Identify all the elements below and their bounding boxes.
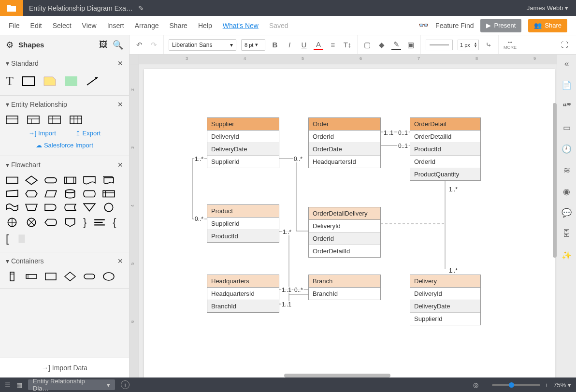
- fc-decision-icon[interactable]: [25, 175, 38, 185]
- text-direction-icon[interactable]: T↕: [343, 40, 352, 50]
- entity-field[interactable]: SupplierId: [410, 313, 480, 325]
- entity-field[interactable]: DeliveryId: [410, 288, 480, 300]
- image-icon[interactable]: 🖼: [99, 40, 108, 50]
- fullscreen-icon[interactable]: ⛶: [560, 40, 569, 50]
- entity-header[interactable]: OrderDetailDelivery: [309, 207, 380, 220]
- er-import-link[interactable]: →] Import: [29, 130, 56, 137]
- entity-orderdetaildelivery[interactable]: OrderDetailDeliveryDeliveryIdOrderIdOrde…: [308, 207, 381, 258]
- layers-icon[interactable]: ≋: [562, 165, 572, 175]
- er-panel-header[interactable]: ▾ Entity Relationship✕: [6, 101, 123, 108]
- underline-icon[interactable]: U: [299, 40, 309, 50]
- fc-display-icon[interactable]: [44, 218, 57, 227]
- comment-icon[interactable]: ❝❞: [562, 101, 572, 112]
- er-entity3-icon[interactable]: [48, 115, 61, 125]
- standard-panel-header[interactable]: ▾ Standard✕: [6, 59, 123, 67]
- cont-diamond-icon[interactable]: [64, 272, 76, 281]
- entity-field[interactable]: OrderId: [410, 156, 480, 168]
- entity-field[interactable]: BranchId: [207, 300, 279, 312]
- fc-data-icon[interactable]: [44, 189, 57, 199]
- menu-view[interactable]: View: [82, 22, 97, 29]
- menu-help[interactable]: Help: [198, 22, 212, 29]
- edit-title-icon[interactable]: ✎: [138, 4, 144, 12]
- entity-field[interactable]: HeadquartersId: [207, 288, 279, 300]
- arrow-shape-icon[interactable]: [86, 76, 99, 86]
- fc-brace-right-icon[interactable]: }: [83, 216, 86, 229]
- present-icon[interactable]: ▭: [562, 122, 572, 133]
- target-icon[interactable]: ◎: [473, 381, 478, 389]
- scrollbar-vertical[interactable]: [553, 103, 557, 258]
- entity-field[interactable]: HeadquartersId: [309, 156, 380, 168]
- entity-field[interactable]: SupplierId: [207, 218, 279, 230]
- zoom-level[interactable]: 75% ▾: [553, 381, 571, 389]
- fc-tape-icon[interactable]: [6, 203, 18, 212]
- import-data-button[interactable]: →] Import Data: [0, 358, 129, 377]
- entity-header[interactable]: Branch: [309, 275, 380, 288]
- fc-terminator-icon[interactable]: [44, 175, 57, 185]
- fc-connector-icon[interactable]: [102, 203, 115, 212]
- entity-header[interactable]: Order: [309, 118, 380, 131]
- menu-file[interactable]: File: [9, 22, 20, 29]
- connector-icon[interactable]: ⤷: [484, 40, 493, 50]
- page-tab[interactable]: Entity Relationship Dia… ▾: [28, 379, 115, 390]
- search-icon[interactable]: 🔍: [113, 40, 123, 50]
- cont-rect-icon[interactable]: [44, 272, 57, 281]
- zoom-out-icon[interactable]: −: [483, 381, 487, 389]
- cont-circle-icon[interactable]: [102, 272, 115, 281]
- db-icon[interactable]: 🗄: [562, 229, 572, 239]
- cont-pill-icon[interactable]: [83, 272, 96, 281]
- close-icon[interactable]: ✕: [117, 101, 123, 108]
- entity-header[interactable]: Product: [207, 205, 279, 218]
- zoom-slider[interactable]: [492, 384, 540, 386]
- text-shape-icon[interactable]: T: [6, 74, 14, 88]
- close-icon[interactable]: ✕: [117, 257, 123, 265]
- italic-icon[interactable]: I: [285, 40, 294, 50]
- fill-icon[interactable]: ◆: [377, 40, 387, 50]
- shape-icon[interactable]: ▢: [362, 40, 372, 50]
- font-family-select[interactable]: Liberation Sans▾: [169, 39, 236, 51]
- fc-direct-icon[interactable]: [83, 189, 96, 199]
- er-export-link[interactable]: ↥ Export: [75, 130, 101, 137]
- fc-manualop-icon[interactable]: [25, 203, 38, 212]
- containers-panel-header[interactable]: ▾ Containers✕: [6, 257, 123, 265]
- entity-field[interactable]: OrderId: [309, 232, 380, 245]
- entity-field[interactable]: DeliveryDate: [410, 300, 480, 313]
- menu-share[interactable]: Share: [170, 22, 187, 29]
- scrollbar-horizontal[interactable]: [284, 374, 390, 377]
- entity-branch[interactable]: BranchBranchId: [308, 275, 381, 300]
- menu-select[interactable]: Select: [53, 22, 72, 29]
- entity-header[interactable]: OrderDetail: [410, 118, 480, 131]
- entity-field[interactable]: ProductId: [410, 143, 480, 156]
- magic-icon[interactable]: ✨: [562, 250, 572, 261]
- fc-prep-icon[interactable]: [25, 189, 38, 199]
- salesforce-import-link[interactable]: ☁ Salesforce Import: [6, 140, 123, 151]
- present-button[interactable]: ▶ Present: [480, 19, 521, 32]
- entity-field[interactable]: OrderDetailId: [309, 245, 380, 257]
- bold-icon[interactable]: B: [270, 40, 280, 50]
- flowchart-panel-header[interactable]: ▾ Flowchart✕: [6, 161, 123, 169]
- cont-horz-icon[interactable]: [25, 272, 38, 281]
- entity-field[interactable]: OrderDetailId: [410, 131, 480, 143]
- fc-predef-icon[interactable]: [64, 175, 76, 185]
- entity-order[interactable]: OrderOrderIdOrderDateHeadquartersId: [308, 117, 381, 168]
- stroke-width-select[interactable]: 1 px▴▾: [458, 40, 479, 50]
- fc-db-icon[interactable]: [64, 189, 76, 199]
- folder-icon[interactable]: [0, 0, 23, 16]
- user-menu[interactable]: James Webb ▾: [519, 4, 576, 12]
- feature-find[interactable]: Feature Find: [435, 22, 474, 29]
- entity-orderdetail[interactable]: OrderDetailOrderDetailIdProductIdOrderId…: [410, 117, 481, 181]
- stroke-style-select[interactable]: [426, 40, 453, 50]
- grid-view-icon[interactable]: ▦: [16, 381, 22, 389]
- zoom-in-icon[interactable]: +: [545, 381, 549, 389]
- entity-field[interactable]: DeliveryId: [207, 131, 279, 143]
- entity-headquarters[interactable]: HeadquartersHeadquartersIdBranchId: [207, 275, 279, 313]
- fc-merge-icon[interactable]: [83, 203, 96, 212]
- fc-internal-icon[interactable]: [102, 189, 115, 199]
- chat-icon[interactable]: 💬: [562, 207, 572, 218]
- cont-vert-icon[interactable]: [6, 272, 18, 281]
- menu-arrange[interactable]: Arrange: [135, 22, 159, 29]
- text-color-icon[interactable]: A: [314, 40, 323, 50]
- entity-header[interactable]: Supplier: [207, 118, 279, 131]
- fc-multidoc-icon[interactable]: [102, 175, 115, 185]
- entity-field[interactable]: SupplierId: [207, 156, 279, 168]
- canvas-area[interactable]: 3456789 234567 SupplierDeliveryIdDeliver…: [130, 55, 557, 377]
